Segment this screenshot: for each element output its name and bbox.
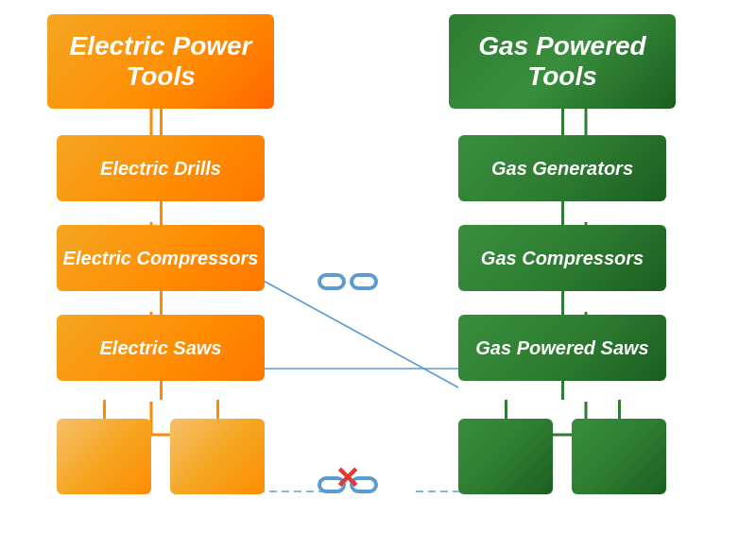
right-connector-3 [561, 291, 564, 315]
chain-icon-bottom: ✕ [318, 471, 378, 507]
left-leaves [57, 400, 265, 494]
electric-drills-box: Electric Drills [57, 135, 265, 201]
svg-rect-21 [352, 275, 376, 288]
right-leaf-2 [572, 419, 666, 494]
electric-drills-label: Electric Drills [100, 158, 221, 180]
electric-compressors-label: Electric Compressors [63, 248, 259, 269]
left-leaf-2-connector [216, 400, 219, 419]
gas-generators-label: Gas Generators [491, 158, 633, 180]
x-mark: ✕ [335, 463, 360, 493]
svg-rect-20 [319, 275, 344, 288]
broken-chain-container: ✕ [318, 471, 378, 507]
chain-svg-middle [318, 267, 378, 296]
left-leaf-2 [170, 419, 265, 494]
electric-power-tools-label: Electric Power Tools [47, 31, 274, 92]
right-connector-4 [561, 381, 564, 400]
chain-icon-middle [318, 267, 378, 296]
electric-saws-label: Electric Saws [100, 337, 222, 359]
right-leaf-2-connector [618, 400, 621, 419]
right-leaf-1-col [458, 400, 553, 494]
gas-powered-saws-box: Gas Powered Saws [458, 315, 666, 381]
right-tree: Gas Powered Tools Gas Generators Gas Com… [449, 14, 676, 494]
electric-compressors-box: Electric Compressors [57, 225, 265, 291]
gas-generators-box: Gas Generators [458, 135, 666, 201]
left-connector-3 [160, 291, 163, 315]
left-connector-4 [160, 381, 163, 400]
left-tree: Electric Power Tools Electric Drills Ele… [47, 14, 274, 494]
left-leaf-2-col [170, 400, 265, 494]
right-connector-2 [561, 201, 564, 225]
right-leaves [458, 400, 666, 494]
left-leaf-1-connector [103, 400, 106, 419]
left-leaf-1 [57, 419, 151, 494]
left-connector-2 [160, 201, 163, 225]
right-leaf-1 [458, 419, 553, 494]
electric-power-tools-box: Electric Power Tools [47, 14, 274, 109]
gas-compressors-label: Gas Compressors [481, 248, 644, 269]
left-leaf-1-col [57, 400, 151, 494]
electric-saws-box: Electric Saws [57, 315, 265, 381]
right-leaf-2-col [572, 400, 666, 494]
right-connector-1 [561, 109, 564, 135]
right-leaf-1-connector [505, 400, 507, 419]
gas-compressors-box: Gas Compressors [458, 225, 666, 291]
gas-powered-saws-label: Gas Powered Saws [475, 337, 648, 359]
left-connector-1 [160, 109, 163, 135]
diagram: Electric Power Tools Electric Drills Ele… [0, 0, 756, 551]
gas-powered-tools-label: Gas Powered Tools [449, 31, 676, 92]
gas-powered-tools-box: Gas Powered Tools [449, 14, 676, 109]
